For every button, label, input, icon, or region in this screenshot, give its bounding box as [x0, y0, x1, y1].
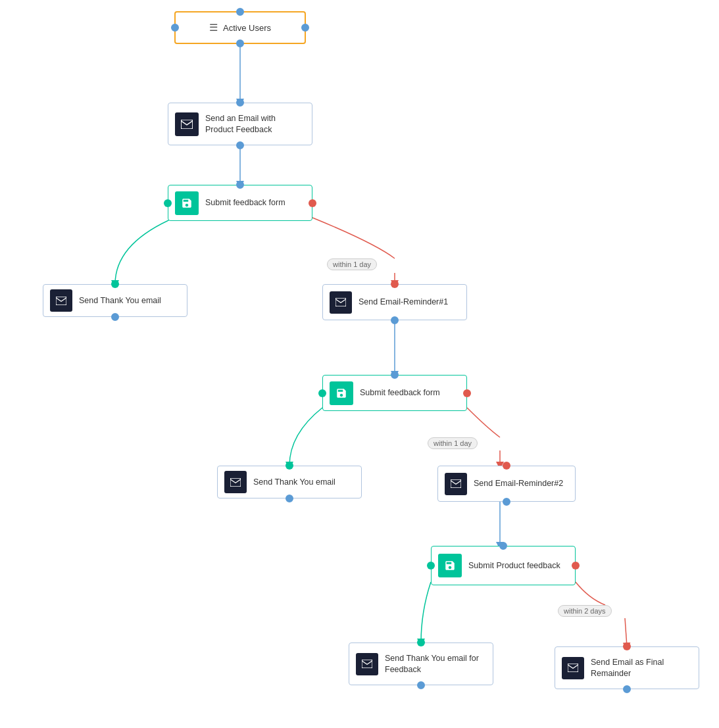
submit-form-1-label: Submit feedback form [205, 197, 285, 208]
top-dot [236, 181, 244, 189]
send-email-feedback-label: Send an Email with Product Feedback [205, 113, 305, 135]
send-final-reminder-node[interactable]: Send Email as Final Remainder [555, 646, 699, 689]
send-reminder-2-node[interactable]: Send Email-Reminder#2 [437, 466, 576, 502]
top-dot [111, 280, 119, 288]
top-dot-red [623, 643, 631, 650]
submit-form-2-label: Submit feedback form [360, 387, 440, 399]
send-reminder-2-label: Send Email-Reminder#2 [474, 478, 563, 489]
bottom-dot [111, 313, 119, 321]
left-dot [318, 389, 326, 397]
submit-form-1-node[interactable]: Submit feedback form [168, 185, 312, 221]
connector-dot-top [236, 8, 244, 16]
email-icon-2 [224, 471, 247, 493]
svg-rect-6 [568, 664, 578, 672]
svg-rect-1 [56, 297, 66, 305]
connector-dot-left [171, 24, 179, 32]
menu-icon: ☰ [209, 22, 218, 34]
connector-dot-bottom [236, 39, 244, 47]
svg-rect-5 [362, 660, 372, 668]
right-dot [572, 562, 580, 570]
send-reminder-1-label: Send Email-Reminder#1 [359, 297, 448, 308]
submit-product-feedback-node[interactable]: Submit Product feedback [431, 546, 576, 585]
bottom-dot [623, 685, 631, 693]
active-users-label: Active Users [223, 23, 271, 33]
left-dot [164, 199, 172, 207]
active-users-node[interactable]: ☰ Active Users [174, 11, 306, 44]
bottom-dot [417, 681, 425, 689]
send-thank-you-feedback-node[interactable]: Send Thank You email for Feedback [349, 643, 493, 685]
timing-badge-2: within 1 day [428, 437, 478, 449]
right-dot [463, 389, 471, 397]
submit-product-feedback-label: Submit Product feedback [468, 560, 560, 571]
send-thank-you-2-node[interactable]: Send Thank You email [217, 466, 362, 498]
svg-rect-4 [451, 479, 461, 488]
top-dot [499, 542, 507, 550]
form-icon-2 [330, 381, 353, 405]
email-icon-1 [50, 289, 72, 312]
send-thank-you-2-label: Send Thank You email [253, 477, 335, 487]
bottom-dot [391, 316, 399, 324]
top-dot-red [503, 462, 510, 470]
svg-rect-3 [230, 478, 241, 487]
send-reminder-1-node[interactable]: Send Email-Reminder#1 [322, 284, 467, 320]
form-icon-3 [438, 554, 462, 577]
svg-rect-0 [181, 120, 193, 129]
email-icon [175, 112, 199, 136]
email-icon-r1 [330, 291, 352, 314]
svg-rect-2 [335, 298, 346, 306]
email-icon-fr [562, 657, 584, 679]
form-icon-1 [175, 191, 199, 215]
send-thank-you-1-label: Send Thank You email [79, 296, 161, 305]
bottom-dot [285, 495, 293, 502]
top-dot [285, 462, 293, 470]
left-dot [427, 562, 435, 570]
timing-badge-3: within 2 days [558, 605, 612, 617]
email-icon-tf [356, 653, 378, 675]
submit-form-2-node[interactable]: Submit feedback form [322, 375, 467, 411]
send-email-feedback-node[interactable]: Send an Email with Product Feedback [168, 103, 312, 145]
send-thank-you-1-node[interactable]: Send Thank You email [43, 284, 187, 317]
top-dot [391, 371, 399, 379]
top-dot [236, 99, 244, 107]
connector-dot-right [301, 24, 309, 32]
send-final-reminder-label: Send Email as Final Remainder [591, 657, 692, 679]
top-dot [417, 639, 425, 646]
top-dot-red [391, 280, 399, 288]
email-icon-r2 [445, 473, 467, 495]
right-dot [309, 199, 316, 207]
bottom-dot [503, 498, 510, 506]
send-thank-you-feedback-label: Send Thank You email for Feedback [385, 653, 486, 675]
bottom-dot [236, 141, 244, 149]
timing-badge-1: within 1 day [327, 258, 377, 270]
